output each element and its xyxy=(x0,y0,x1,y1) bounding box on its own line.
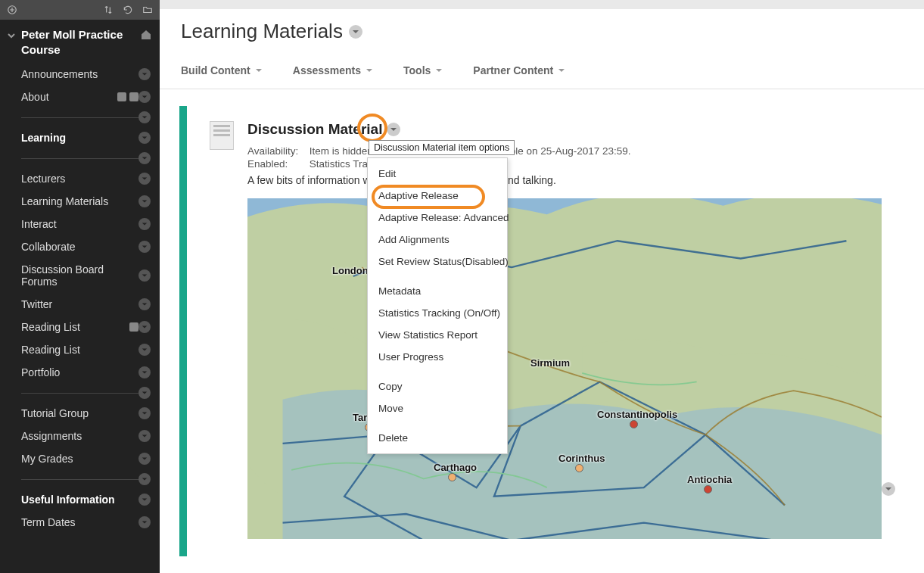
document-icon xyxy=(210,121,234,150)
map-label: London xyxy=(332,265,369,276)
item-title[interactable]: Discussion Material xyxy=(247,121,382,138)
dropdown-item[interactable]: Statistics Tracking (On/Off) xyxy=(368,302,507,324)
sidebar-item-label: Portfolio xyxy=(21,366,138,378)
dropdown-item[interactable]: User Progress xyxy=(368,346,507,368)
sidebar-item[interactable]: My Grades xyxy=(0,447,160,470)
item-bottom-options-icon[interactable] xyxy=(882,482,895,496)
sidebar-item[interactable]: Tutorial Group xyxy=(0,402,160,425)
map-label: Antiochia xyxy=(687,474,732,485)
sidebar-item-label: Discussion Board Forums xyxy=(21,263,138,288)
sidebar-item[interactable]: Learning xyxy=(0,126,160,149)
dropdown-item[interactable]: Metadata xyxy=(368,280,507,302)
map-spot[interactable] xyxy=(630,420,638,428)
dropdown-item[interactable]: Adaptive Release xyxy=(368,185,507,207)
folder-icon[interactable] xyxy=(140,2,155,17)
sidebar-item[interactable]: Announcements xyxy=(0,63,160,86)
sidebar-item-label: Learning xyxy=(21,132,138,144)
link-icon xyxy=(129,322,138,332)
sidebar-item-label: Announcements xyxy=(21,68,138,80)
item-description: A few bits of information worth reading,… xyxy=(247,174,882,186)
content-card: Discussion Material Discussion Material … xyxy=(179,106,904,556)
availability-label: Availability: xyxy=(247,145,306,157)
sidebar-toolbar xyxy=(0,0,160,20)
sidebar-separator xyxy=(0,384,160,402)
map-label: Carthago xyxy=(434,462,477,473)
map-image: LondonTarracoCarthagoRomaSirmiumCorinthu… xyxy=(247,198,882,539)
map-spot[interactable] xyxy=(704,485,712,494)
sidebar-item[interactable]: Reading List xyxy=(0,316,160,338)
action-bar-label: Assessments xyxy=(293,64,361,76)
dropdown-item[interactable]: Edit xyxy=(368,163,507,185)
course-title[interactable]: Peter Moll Practice Course xyxy=(21,27,135,57)
action-bar-item[interactable]: Assessments xyxy=(293,64,373,76)
page-title: Learning Materials xyxy=(181,20,343,43)
dropdown-item[interactable]: Move xyxy=(368,397,507,419)
refresh-icon[interactable] xyxy=(120,2,135,17)
action-bar-label: Build Content xyxy=(181,64,250,76)
sidebar-item-label: Assignments xyxy=(21,430,138,442)
item-options-dropdown: EditAdaptive ReleaseAdaptive Release: Ad… xyxy=(367,157,508,454)
action-bar-item[interactable]: Tools xyxy=(403,64,443,76)
dropdown-item[interactable]: Copy xyxy=(368,375,507,397)
sidebar-item[interactable]: Useful Information xyxy=(0,488,160,511)
action-bar-label: Tools xyxy=(403,64,431,76)
main-area: Learning Materials Build ContentAssessme… xyxy=(160,0,924,573)
sidebar-item-label: Reading List xyxy=(21,344,138,356)
sidebar-item[interactable]: Reading List xyxy=(0,338,160,361)
sidebar-separator xyxy=(0,149,160,167)
dropdown-item[interactable]: Add Alignments xyxy=(368,229,507,251)
enabled-label: Enabled: xyxy=(247,158,306,170)
sidebar-item[interactable]: Twitter xyxy=(0,293,160,316)
course-sidebar: Peter Moll Practice Course Announcements… xyxy=(0,0,160,573)
sidebar-item-label: Tutorial Group xyxy=(21,407,138,419)
map-label: Constantinopolis xyxy=(597,409,677,420)
add-icon[interactable] xyxy=(5,2,20,17)
expand-course-icon[interactable] xyxy=(8,27,17,42)
dropdown-item[interactable]: Adaptive Release: Advanced xyxy=(368,207,507,229)
sidebar-item[interactable]: Discussion Board Forums xyxy=(0,258,160,293)
dropdown-item[interactable]: Set Review Status(Disabled) xyxy=(368,251,507,272)
action-bar-label: Partner Content xyxy=(473,64,553,76)
course-title-row: Peter Moll Practice Course xyxy=(0,20,160,63)
sidebar-item[interactable]: Assignments xyxy=(0,425,160,447)
sidebar-item[interactable]: Interact xyxy=(0,213,160,235)
map-spot[interactable] xyxy=(575,464,583,472)
action-bar-item[interactable]: Build Content xyxy=(181,64,263,76)
item-options-tooltip: Discussion Material item options xyxy=(369,140,515,155)
home-icon[interactable] xyxy=(140,27,152,43)
dropdown-item[interactable]: Delete xyxy=(368,427,507,449)
sidebar-item[interactable]: Lecturers xyxy=(0,167,160,190)
link-icon xyxy=(129,92,138,101)
page-title-row: Learning Materials xyxy=(160,9,924,57)
sidebar-item[interactable]: About xyxy=(0,86,160,108)
map-spot[interactable] xyxy=(448,473,456,481)
item-options-icon[interactable] xyxy=(387,123,400,136)
sidebar-item-label: Lecturers xyxy=(21,173,138,185)
dropdown-item[interactable]: View Statistics Report xyxy=(368,324,507,346)
sidebar-item[interactable]: Learning Materials xyxy=(0,190,160,213)
page-options-icon[interactable] xyxy=(349,25,362,39)
sidebar-separator xyxy=(0,108,160,126)
sidebar-item-label: My Grades xyxy=(21,453,138,465)
sort-icon[interactable] xyxy=(101,2,116,17)
action-bar-item[interactable]: Partner Content xyxy=(473,64,565,76)
sidebar-item[interactable]: Term Dates xyxy=(0,511,160,534)
sidebar-item-label: Collaborate xyxy=(21,241,138,253)
sidebar-item[interactable]: Collaborate xyxy=(0,235,160,258)
sidebar-item-label: Useful Information xyxy=(21,494,138,506)
sidebar-item[interactable]: Portfolio xyxy=(0,361,160,384)
sidebar-item-label: About xyxy=(21,91,113,103)
link-icon xyxy=(117,92,126,101)
sidebar-item-label: Interact xyxy=(21,218,138,230)
sidebar-item-label: Twitter xyxy=(21,298,138,310)
map-label: Corinthus xyxy=(558,453,605,464)
action-bar: Build ContentAssessmentsToolsPartner Con… xyxy=(160,57,924,89)
sidebar-item-label: Reading List xyxy=(21,321,125,333)
map-label: Sirmium xyxy=(530,357,570,369)
sidebar-separator xyxy=(0,470,160,488)
sidebar-item-label: Term Dates xyxy=(21,516,138,528)
sidebar-item-label: Learning Materials xyxy=(21,195,138,207)
